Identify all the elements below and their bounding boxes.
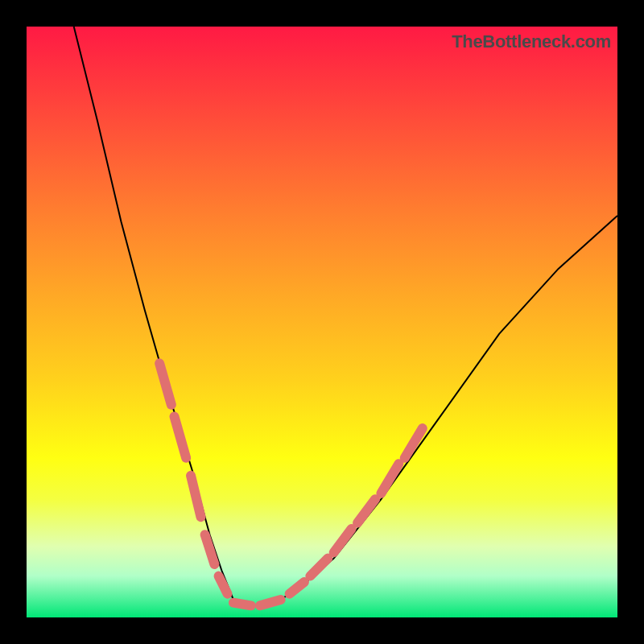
bottleneck-curve bbox=[27, 27, 617, 617]
svg-line-5 bbox=[233, 603, 251, 606]
svg-line-2 bbox=[191, 476, 200, 517]
svg-line-4 bbox=[219, 576, 228, 594]
svg-line-6 bbox=[260, 600, 281, 605]
svg-line-3 bbox=[205, 535, 215, 564]
svg-line-1 bbox=[175, 416, 187, 457]
svg-line-8 bbox=[310, 559, 328, 576]
chart-frame: TheBottleneck.com bbox=[0, 0, 644, 644]
plot-area: TheBottleneck.com bbox=[27, 27, 617, 617]
svg-line-0 bbox=[159, 363, 171, 404]
svg-line-7 bbox=[290, 582, 304, 594]
